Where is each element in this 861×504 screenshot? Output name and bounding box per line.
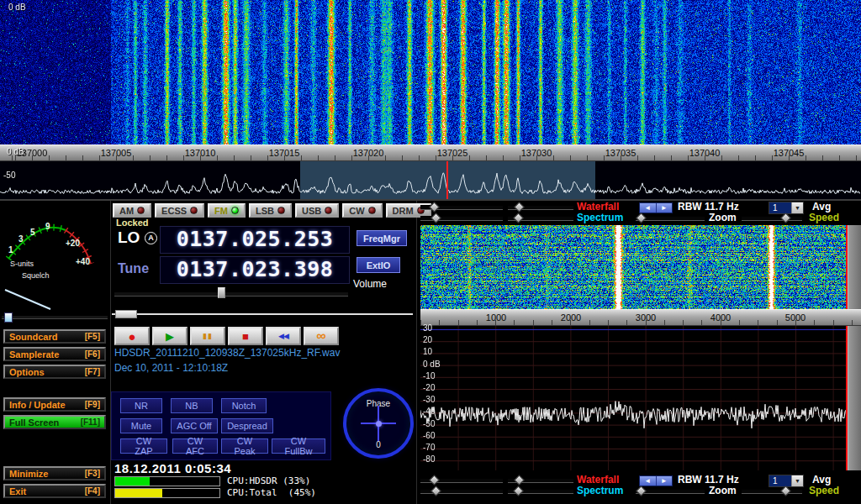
mode-lsb-button[interactable]: LSB — [249, 203, 292, 218]
rf-freq-tick: 137040 — [689, 148, 721, 158]
exit-key: [F4] — [85, 486, 100, 496]
mute-button[interactable]: Mute — [120, 418, 162, 433]
rbw-decrease-icon[interactable]: ◄ — [640, 476, 657, 486]
waterfall-contrast-slider-bottom[interactable] — [508, 478, 573, 483]
slider-thumb[interactable] — [513, 213, 524, 223]
rf-spectrum-display[interactable] — [0, 161, 861, 199]
soundcard-key: [F5] — [85, 332, 100, 341]
slider-thumb[interactable] — [430, 486, 441, 496]
exit-label: Exit — [9, 486, 26, 496]
play-button[interactable]: ▶ — [152, 327, 188, 345]
af-freq-tick: 3000 — [636, 312, 656, 323]
rf-freq-tick: 137005 — [101, 148, 132, 158]
cw-fullbw-button[interactable]: CW FullBw — [272, 438, 325, 454]
spectrum-contrast-slider-bottom[interactable] — [508, 489, 573, 494]
freqmgr-button[interactable]: FreqMgr — [357, 230, 407, 246]
speed-slider-bottom[interactable] — [742, 489, 802, 494]
cw-afc-button[interactable]: CW AFC — [172, 438, 218, 454]
slider-thumb[interactable] — [429, 202, 440, 213]
options-key: [F7] — [85, 367, 100, 376]
options-label: Options — [9, 367, 45, 377]
spectrum-toggle-bottom[interactable]: Spectrum — [577, 486, 623, 496]
rewind-button[interactable]: ◀◀ — [266, 327, 301, 345]
despread-button[interactable]: Despread — [221, 418, 273, 433]
af-frequency-ruler[interactable]: 1000 2000 3000 4000 5000 — [420, 309, 861, 326]
waterfall-contrast-slider-top[interactable] — [508, 205, 573, 210]
mode-am-button[interactable]: AM — [113, 203, 151, 218]
options-button[interactable]: Options [F7] — [3, 365, 106, 379]
af-waterfall-display[interactable] — [420, 225, 848, 309]
spectrum-brightness-slider-top[interactable] — [420, 216, 503, 221]
squelch-label: Squelch — [22, 271, 50, 280]
rbw-decrease-icon[interactable]: ◄ — [640, 203, 657, 213]
mode-cw-button[interactable]: CW — [342, 203, 382, 218]
waterfall-brightness-slider-top[interactable] — [420, 205, 503, 210]
slider-thumb[interactable] — [514, 475, 525, 486]
af-db-tick: -50 — [423, 419, 435, 428]
tune-frequency-display[interactable]: 0137.023.398 — [160, 256, 350, 284]
af-db-tick: -20 — [423, 383, 435, 392]
rf-frequency-ruler[interactable]: 137000 137005 137010 137015 137020 13702… — [0, 144, 861, 161]
af-spectrum-display[interactable] — [420, 326, 848, 470]
mode-ecss-button[interactable]: ECSS — [155, 203, 204, 218]
slider-thumb[interactable] — [513, 486, 524, 496]
volume-slider[interactable] — [114, 287, 348, 298]
tune-scrollbar[interactable] — [112, 308, 413, 320]
speed-slider-top[interactable] — [742, 216, 802, 221]
slider-thumb[interactable] — [430, 213, 441, 223]
slider-thumb[interactable] — [780, 213, 791, 223]
nr-button[interactable]: NR — [120, 398, 162, 413]
slider-thumb[interactable] — [514, 202, 525, 213]
slider-thumb[interactable] — [780, 486, 791, 496]
rf-freq-tick: 137045 — [774, 148, 805, 158]
zoom-slider-top[interactable] — [636, 216, 705, 221]
stop-button[interactable]: ■ — [228, 327, 263, 345]
lo-lock-badge[interactable]: A — [145, 232, 157, 244]
locked-indicator[interactable]: Locked — [116, 218, 149, 228]
waterfall-brightness-slider-bottom[interactable] — [420, 478, 503, 483]
rf-waterfall-db-label: 0 dB — [8, 3, 26, 12]
record-button[interactable]: ● — [114, 327, 150, 345]
slider-thumb[interactable] — [636, 486, 647, 496]
rbw-increase-icon[interactable]: ► — [657, 203, 673, 213]
slider-thumb[interactable] — [429, 475, 440, 486]
lo-frequency-display[interactable]: 0137.025.253 — [160, 226, 350, 254]
exit-button[interactable]: Exit [F4] — [3, 484, 106, 498]
mode-usb-button[interactable]: USB — [295, 203, 339, 218]
squelch-slider[interactable] — [2, 312, 108, 322]
loop-button[interactable]: ∞ — [304, 327, 339, 345]
rf-waterfall-display[interactable] — [0, 0, 861, 144]
af-freq-tick: 1000 — [486, 312, 506, 323]
notch-button[interactable]: Notch — [221, 398, 267, 413]
pause-button[interactable]: ▮▮ — [190, 327, 225, 345]
agc-button[interactable]: AGC Off — [171, 418, 218, 433]
tune-scrollbar-thumb[interactable] — [115, 310, 137, 318]
mode-button-row: AM ECSS FM LSB USB CW DRM — [113, 203, 431, 218]
fullscreen-button[interactable]: Full Screen [F11] — [3, 415, 106, 429]
spectrum-brightness-slider-bottom[interactable] — [420, 489, 503, 494]
nb-button[interactable]: NB — [171, 398, 213, 413]
recording-date: Dec 10, 2011 - 12:10:18Z — [114, 362, 228, 374]
mode-fm-button[interactable]: FM — [208, 203, 246, 218]
slider-thumb[interactable] — [636, 213, 647, 223]
extio-button[interactable]: ExtIO — [357, 257, 400, 273]
s-meter-tick-label: +40 — [76, 257, 90, 266]
rf-freq-tick: 137010 — [185, 148, 216, 158]
spectrum-contrast-slider-top[interactable] — [508, 216, 573, 221]
squelch-slider-thumb[interactable] — [4, 312, 13, 323]
soundcard-button[interactable]: Soundcard [F5] — [3, 329, 106, 344]
cw-zap-button[interactable]: CW ZAP — [120, 438, 167, 454]
cw-peak-button[interactable]: CW Peak — [221, 438, 268, 454]
samplerate-button[interactable]: Samplerate [F6] — [3, 347, 106, 361]
lsb-led-icon — [277, 207, 285, 214]
s-meter-green-arc — [8, 228, 66, 259]
s-meter-tick-label: 5 — [30, 228, 35, 237]
minimize-button[interactable]: Minimize [F3] — [3, 466, 106, 480]
af-db-tick: -40 — [423, 407, 435, 416]
spectrum-toggle-top[interactable]: Spectrum — [577, 213, 623, 223]
volume-slider-thumb[interactable] — [218, 287, 225, 298]
zoom-slider-bottom[interactable] — [636, 489, 705, 494]
right-side-strip — [848, 225, 861, 470]
rbw-increase-icon[interactable]: ► — [657, 476, 673, 486]
info-update-button[interactable]: Info / Update [F9] — [3, 397, 106, 412]
